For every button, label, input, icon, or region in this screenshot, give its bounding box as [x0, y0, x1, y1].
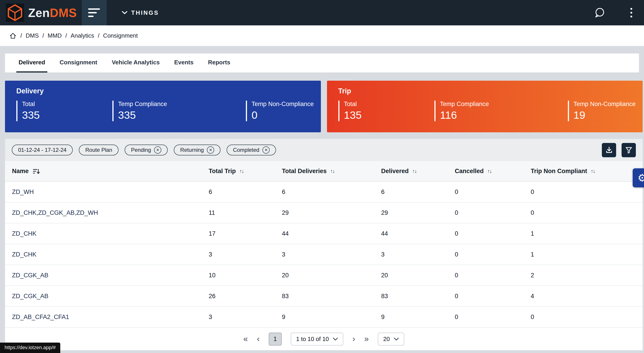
completed-filter-chip[interactable]: Completed × [226, 144, 276, 156]
row-name-link[interactable]: ZD_AB_CFA2_CFA1 [12, 314, 209, 320]
tab-consignment[interactable]: Consignment [57, 54, 100, 72]
chip-remove-icon[interactable]: × [154, 146, 161, 154]
tab-vehicle-analytics[interactable]: Vehicle Analytics [110, 54, 162, 72]
chip-remove-icon[interactable]: × [262, 146, 270, 154]
sort-icon[interactable]: ↑↓ [330, 168, 335, 174]
row-name-link[interactable]: ZD_CGK_AB [12, 272, 209, 279]
sort-icon[interactable]: ↑↓ [412, 168, 417, 174]
breadcrumb-item-analytics[interactable]: Analytics [71, 32, 94, 39]
sort-icon[interactable]: ↑↓ [240, 168, 244, 174]
row-name-link[interactable]: ZD_CHK [12, 251, 209, 258]
cell-trip-non-compliant: 2 [531, 272, 643, 279]
column-header-cancelled[interactable]: Cancelled ↑↓ [455, 168, 531, 175]
pagination-prev-button[interactable]: ‹ [257, 335, 260, 343]
pagination-first-button[interactable]: « [243, 335, 248, 343]
brand-name: ZenDMS [28, 6, 77, 20]
sort-descending-icon[interactable] [32, 168, 40, 175]
pagination-last-button[interactable]: » [364, 335, 369, 343]
chip-label: Returning [180, 147, 204, 153]
breadcrumb-separator: / [20, 32, 22, 39]
gear-icon: ⚙ [638, 172, 644, 184]
sort-icon[interactable]: ↑↓ [591, 168, 595, 174]
cell-total-deliveries: 3 [282, 251, 381, 258]
table-header: Name Total Trip ↑↓ Total Deliveries ↑↓ D… [5, 161, 643, 182]
delivery-summary-card: Delivery Total 335 Temp Compliance 335 T… [5, 81, 321, 132]
filter-button[interactable] [622, 143, 636, 157]
stat-label: Total [344, 100, 434, 108]
cell-trip-non-compliant: 1 [531, 230, 643, 237]
cell-total-deliveries: 44 [282, 230, 381, 237]
things-menu[interactable]: THINGS [122, 9, 159, 16]
column-header-total-trip[interactable]: Total Trip ↑↓ [209, 168, 282, 175]
chat-button[interactable] [594, 7, 606, 18]
cell-cancelled: 0 [455, 188, 531, 196]
breadcrumb-item-mmd[interactable]: MMD [48, 32, 62, 39]
settings-fab[interactable]: ⚙ [633, 168, 644, 188]
column-header-total-deliveries[interactable]: Total Deliveries ↑↓ [282, 168, 381, 175]
stat-temp-non-compliance: Temp Non-Compliance 0 [246, 100, 321, 121]
cell-delivered: 3 [381, 251, 455, 258]
cell-total-trip: 3 [209, 251, 282, 258]
tab-reports[interactable]: Reports [206, 54, 232, 72]
filter-chips: 01-12-24 - 17-12-24 Route Plan Pending ×… [12, 144, 276, 156]
data-panel: 01-12-24 - 17-12-24 Route Plan Pending ×… [5, 139, 643, 350]
row-name-link[interactable]: ZD_CGK_AB [12, 293, 209, 300]
pagination-current-page[interactable]: 1 [269, 332, 282, 346]
cell-total-trip: 6 [209, 188, 282, 196]
sort-icon[interactable]: ↑↓ [488, 168, 492, 174]
kebab-menu-button[interactable] [628, 6, 634, 19]
row-name-link[interactable]: ZD_CHK,ZD_CGK_AB,ZD_WH [12, 209, 209, 216]
column-label: Total Deliveries [282, 168, 327, 175]
hamburger-line [88, 12, 97, 13]
card-title: Delivery [16, 87, 321, 95]
column-header-trip-non-compliant[interactable]: Trip Non Compliant ↑↓ [531, 168, 643, 175]
download-button[interactable] [602, 143, 616, 157]
table-row: ZD_CGK_AB 26 83 83 0 4 [5, 286, 643, 307]
returning-filter-chip[interactable]: Returning × [174, 144, 220, 156]
table-row: ZD_WH 6 6 6 0 0 [5, 182, 643, 202]
tab-events[interactable]: Events [172, 54, 196, 72]
pagination-next-button[interactable]: › [352, 335, 355, 343]
chip-remove-icon[interactable]: × [207, 146, 214, 154]
filter-actions [602, 143, 636, 157]
column-header-name[interactable]: Name [12, 168, 209, 175]
cell-total-deliveries: 20 [282, 272, 381, 279]
pending-filter-chip[interactable]: Pending × [125, 144, 168, 156]
stat-label: Temp Compliance [440, 100, 568, 108]
table-row: ZD_CHK 17 44 44 0 1 [5, 224, 643, 244]
card-stats: Total 335 Temp Compliance 335 Temp Non-C… [16, 100, 321, 121]
kebab-dot [630, 8, 632, 10]
breadcrumb: / DMS / MMD / Analytics / Consignment [0, 26, 644, 46]
funnel-icon [625, 146, 633, 154]
tab-bar: Delivered Consignment Vehicle Analytics … [5, 54, 639, 72]
chevron-down-icon [394, 338, 399, 340]
cell-total-trip: 17 [209, 230, 282, 237]
stat-temp-compliance: Temp Compliance 335 [112, 100, 246, 121]
cell-delivered: 9 [381, 314, 455, 320]
cell-delivered: 20 [381, 272, 455, 279]
page-range-select[interactable]: 1 to 10 of 10 [291, 332, 344, 346]
cell-delivered: 83 [381, 293, 455, 300]
breadcrumb-separator: / [42, 32, 44, 39]
route-plan-chip[interactable]: Route Plan [79, 144, 118, 156]
page-size-select[interactable]: 20 [378, 332, 404, 346]
table-row: ZD_AB_CFA2_CFA1 3 9 9 0 0 [5, 307, 643, 328]
date-range-chip[interactable]: 01-12-24 - 17-12-24 [12, 144, 73, 156]
breadcrumb-item-dms[interactable]: DMS [26, 32, 39, 39]
cell-trip-non-compliant: 0 [531, 209, 643, 216]
top-navbar: ZenDMS THINGS [0, 0, 644, 26]
cell-cancelled: 0 [455, 209, 531, 216]
link-preview-statusbar: https://dev.iotzen.app/# [0, 342, 60, 353]
cell-total-deliveries: 6 [282, 188, 381, 196]
stat-label: Temp Compliance [118, 100, 246, 108]
column-header-delivered[interactable]: Delivered ↑↓ [381, 168, 455, 175]
cell-total-trip: 11 [209, 209, 282, 216]
stat-value: 335 [22, 109, 112, 121]
brand-logo[interactable]: ZenDMS [0, 0, 77, 26]
home-icon[interactable] [9, 32, 17, 40]
tab-delivered[interactable]: Delivered [16, 54, 47, 72]
hamburger-menu-button[interactable] [82, 0, 107, 26]
row-name-link[interactable]: ZD_WH [12, 188, 209, 196]
hamburger-line [88, 8, 100, 10]
row-name-link[interactable]: ZD_CHK [12, 230, 209, 237]
